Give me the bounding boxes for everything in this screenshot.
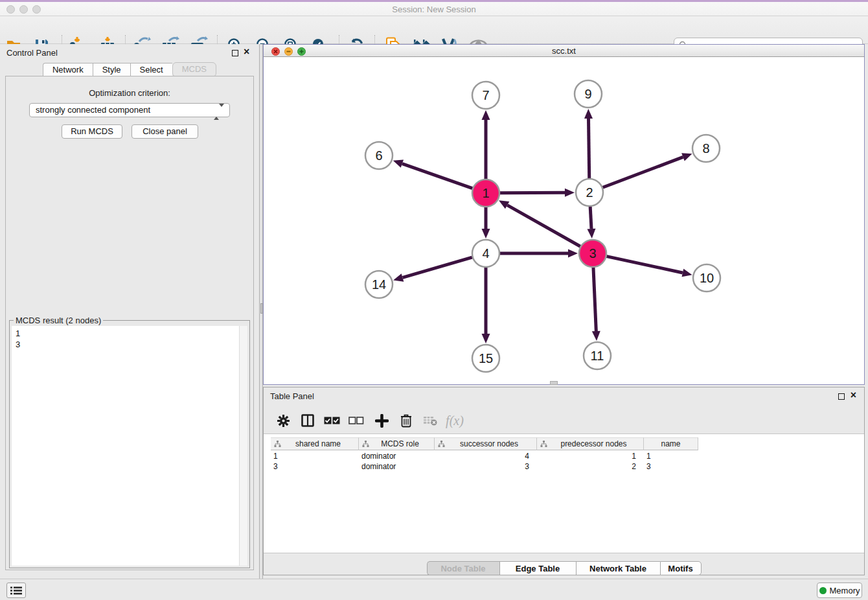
tab-node-table[interactable]: Node Table xyxy=(427,561,499,575)
graph-edge-arrowhead xyxy=(393,273,404,281)
manage-columns-icon[interactable] xyxy=(298,412,317,429)
graph-edge-3-11[interactable] xyxy=(593,268,596,331)
tab-network[interactable]: Network xyxy=(43,63,93,76)
select-all-rows-icon[interactable] xyxy=(323,412,342,429)
optimization-criterion-label: Optimization criterion: xyxy=(0,88,259,98)
graph-edge-arrowhead xyxy=(568,249,578,258)
table-panel: Table Panel × f(x) shared nameMCDS roles… xyxy=(263,387,865,575)
mcds-result-scrollbar[interactable] xyxy=(239,326,247,566)
network-window-title: scc.txt xyxy=(264,46,864,56)
add-column-icon[interactable] xyxy=(372,412,391,429)
cell-shared-name[interactable]: 3 xyxy=(271,461,359,472)
cell-predecessor-nodes[interactable]: 2 xyxy=(537,461,644,472)
memory-button[interactable]: Memory xyxy=(817,583,862,598)
mcds-result-text[interactable]: 13 xyxy=(12,326,239,566)
graph-edge-arrowhead xyxy=(681,153,692,161)
cell-predecessor-nodes[interactable]: 1 xyxy=(537,451,644,461)
memory-label: Memory xyxy=(830,586,860,595)
column-header-predecessor-nodes[interactable]: predecessor nodes xyxy=(537,437,644,450)
graph-node-label-7: 7 xyxy=(482,88,489,102)
table-panel-title: Table Panel xyxy=(270,391,314,401)
graph-node-label-2: 2 xyxy=(586,185,593,200)
network-canvas-svg: 7968124314101511 xyxy=(264,57,864,384)
horizontal-splitter-handle[interactable] xyxy=(550,381,558,385)
graph-node-label-15: 15 xyxy=(479,351,493,365)
column-tree-icon xyxy=(362,441,369,448)
graph-edge-arrowhead xyxy=(592,331,600,341)
cell-shared-name[interactable]: 1 xyxy=(271,451,359,461)
cell-successor-nodes[interactable]: 3 xyxy=(435,461,537,472)
column-header-name[interactable]: name xyxy=(644,437,698,450)
table-panel-close-button[interactable]: × xyxy=(851,389,856,401)
graph-edge-2-9[interactable] xyxy=(589,119,589,178)
node-table: shared nameMCDS rolesuccessor nodesprede… xyxy=(264,433,864,553)
main-toolbar xyxy=(0,16,868,44)
mcds-result-title: MCDS result (2 nodes) xyxy=(14,316,103,325)
task-history-button[interactable] xyxy=(6,583,26,598)
graph-edge-3-1[interactable] xyxy=(507,205,580,247)
graph-node-label-10: 10 xyxy=(700,271,714,285)
network-window-titlebar[interactable]: scc.txt xyxy=(264,45,864,57)
graph-node-label-8: 8 xyxy=(702,141,709,156)
memory-status-icon xyxy=(819,587,827,594)
mcds-result-box: MCDS result (2 nodes) 13 xyxy=(9,320,250,568)
table-panel-float-button[interactable] xyxy=(838,393,845,400)
titlebar: Session: New Session xyxy=(0,2,868,16)
graph-edge-arrowhead xyxy=(482,334,490,343)
column-header-shared-name[interactable]: shared name xyxy=(271,437,359,450)
table-panel-tabs: Node TableEdge TableNetwork TableMotifs xyxy=(264,561,864,575)
column-header-successor-nodes[interactable]: successor nodes xyxy=(435,437,537,450)
tab-edge-table[interactable]: Edge Table xyxy=(499,561,576,575)
apply-function-icon: f(x) xyxy=(445,412,464,429)
cell-name[interactable]: 3 xyxy=(644,461,698,472)
column-tree-icon xyxy=(540,441,547,448)
dropdown-stepper-icon xyxy=(214,106,224,119)
column-tree-icon xyxy=(274,441,281,448)
column-header-MCDS-role[interactable]: MCDS role xyxy=(359,437,435,450)
cell-MCDS-role[interactable]: dominator xyxy=(359,461,435,472)
control-panel-close-button[interactable]: × xyxy=(244,46,249,58)
graph-edge-1-6[interactable] xyxy=(402,164,472,189)
delete-table-icon xyxy=(420,412,440,429)
graph-node-label-1: 1 xyxy=(482,186,489,200)
network-canvas[interactable]: 7968124314101511 xyxy=(264,57,864,384)
status-bar: Memory xyxy=(0,579,868,600)
deselect-all-rows-icon[interactable] xyxy=(347,412,366,429)
cell-successor-nodes[interactable]: 4 xyxy=(435,451,537,461)
graph-edge-2-8[interactable] xyxy=(603,157,683,187)
column-tree-icon xyxy=(438,441,445,448)
graph-node-label-9: 9 xyxy=(584,87,591,101)
application-window: Session: New Session xyxy=(0,0,868,600)
control-panel-float-button[interactable] xyxy=(232,50,238,56)
node-table-header: shared nameMCDS rolesuccessor nodesprede… xyxy=(271,437,698,450)
table-row[interactable]: 1dominator411 xyxy=(271,451,698,461)
graph-edge-arrowhead xyxy=(482,110,490,120)
control-panel-tabs: NetworkStyleSelectMCDS xyxy=(0,63,259,77)
tab-style[interactable]: Style xyxy=(93,63,130,76)
tab-motifs[interactable]: Motifs xyxy=(660,561,702,575)
tab-select[interactable]: Select xyxy=(130,63,172,76)
graph-edge-1-2[interactable] xyxy=(500,192,565,193)
graph-edge-arrowhead xyxy=(681,269,692,277)
table-row[interactable]: 3dominator323 xyxy=(271,461,698,472)
list-icon xyxy=(10,586,22,595)
run-mcds-button[interactable]: Run MCDS xyxy=(62,124,122,139)
graph-edge-4-14[interactable] xyxy=(402,257,472,277)
tab-mcds[interactable]: MCDS xyxy=(172,62,216,77)
cell-name[interactable]: 1 xyxy=(644,451,698,461)
delete-column-icon[interactable] xyxy=(396,412,416,429)
settings-gear-icon[interactable] xyxy=(273,412,293,429)
tab-network-table[interactable]: Network Table xyxy=(576,561,660,575)
mcds-result-line: 1 xyxy=(16,328,239,339)
graph-edge-arrowhead xyxy=(587,229,595,238)
graph-node-label-4: 4 xyxy=(482,246,489,260)
close-panel-button[interactable]: Close panel xyxy=(131,124,198,139)
cell-MCDS-role[interactable]: dominator xyxy=(359,451,435,461)
window-title: Session: New Session xyxy=(0,5,868,14)
graph-edge-3-10[interactable] xyxy=(607,257,683,273)
criterion-dropdown[interactable]: strongly connected component xyxy=(29,103,230,117)
control-panel-title: Control Panel xyxy=(6,48,58,58)
graph-edge-2-3[interactable] xyxy=(590,207,591,229)
graph-node-label-6: 6 xyxy=(375,148,382,163)
graph-node-label-14: 14 xyxy=(372,277,386,292)
